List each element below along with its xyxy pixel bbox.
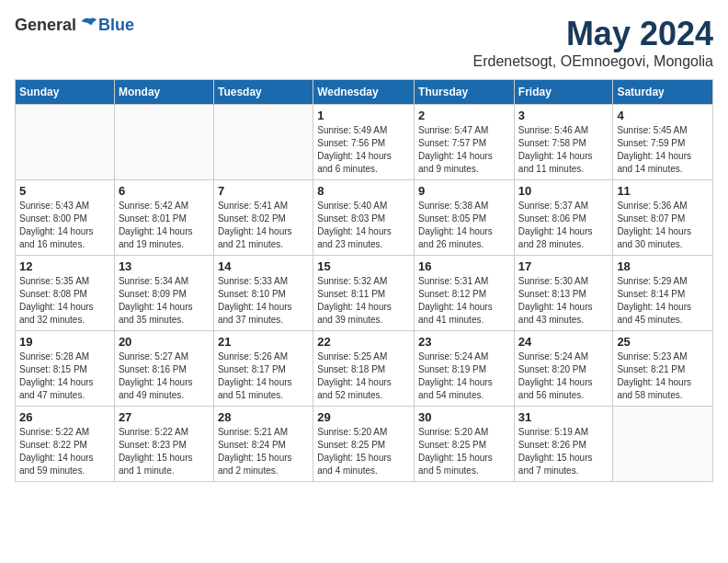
calendar-cell: 15Sunrise: 5:32 AM Sunset: 8:11 PM Dayli… xyxy=(313,256,415,331)
day-number: 19 xyxy=(19,335,110,349)
title-section: May 2024 Erdenetsogt, OEmnoegovi, Mongol… xyxy=(473,15,713,70)
calendar-cell: 13Sunrise: 5:34 AM Sunset: 8:09 PM Dayli… xyxy=(114,256,213,331)
day-info: Sunrise: 5:35 AM Sunset: 8:08 PM Dayligh… xyxy=(19,275,110,327)
calendar-cell: 10Sunrise: 5:37 AM Sunset: 8:06 PM Dayli… xyxy=(514,180,613,256)
day-number: 24 xyxy=(518,335,609,349)
day-number: 28 xyxy=(218,410,309,424)
day-info: Sunrise: 5:19 AM Sunset: 8:26 PM Dayligh… xyxy=(518,426,609,477)
day-info: Sunrise: 5:38 AM Sunset: 8:05 PM Dayligh… xyxy=(418,200,510,251)
page-header: General Blue May 2024 Erdenetsogt, OEmno… xyxy=(15,15,713,70)
day-info: Sunrise: 5:30 AM Sunset: 8:13 PM Dayligh… xyxy=(518,275,609,327)
day-info: Sunrise: 5:25 AM Sunset: 8:18 PM Dayligh… xyxy=(317,350,410,402)
day-info: Sunrise: 5:22 AM Sunset: 8:23 PM Dayligh… xyxy=(119,426,210,477)
calendar-cell: 19Sunrise: 5:28 AM Sunset: 8:15 PM Dayli… xyxy=(16,331,115,407)
day-number: 21 xyxy=(218,335,309,349)
day-number: 10 xyxy=(518,184,609,198)
calendar-week-1: 1Sunrise: 5:49 AM Sunset: 7:56 PM Daylig… xyxy=(16,105,713,180)
day-info: Sunrise: 5:40 AM Sunset: 8:03 PM Dayligh… xyxy=(317,200,410,251)
day-info: Sunrise: 5:49 AM Sunset: 7:56 PM Dayligh… xyxy=(317,124,410,176)
day-info: Sunrise: 5:45 AM Sunset: 7:59 PM Dayligh… xyxy=(617,124,709,176)
calendar-cell: 14Sunrise: 5:33 AM Sunset: 8:10 PM Dayli… xyxy=(213,256,313,331)
day-number: 9 xyxy=(418,184,510,198)
weekday-header-thursday: Thursday xyxy=(415,80,515,105)
calendar-cell xyxy=(613,407,713,482)
calendar-cell: 5Sunrise: 5:43 AM Sunset: 8:00 PM Daylig… xyxy=(16,180,115,256)
calendar-cell: 26Sunrise: 5:22 AM Sunset: 8:22 PM Dayli… xyxy=(16,407,115,482)
day-info: Sunrise: 5:22 AM Sunset: 8:22 PM Dayligh… xyxy=(19,426,110,477)
day-info: Sunrise: 5:24 AM Sunset: 8:20 PM Dayligh… xyxy=(518,350,609,402)
weekday-header-monday: Monday xyxy=(114,80,213,105)
day-info: Sunrise: 5:27 AM Sunset: 8:16 PM Dayligh… xyxy=(119,350,210,402)
day-number: 6 xyxy=(119,184,210,198)
calendar-cell: 28Sunrise: 5:21 AM Sunset: 8:24 PM Dayli… xyxy=(213,407,313,482)
calendar-cell: 7Sunrise: 5:41 AM Sunset: 8:02 PM Daylig… xyxy=(213,180,313,256)
logo-general-text: General xyxy=(15,16,76,35)
day-number: 8 xyxy=(317,184,410,198)
day-info: Sunrise: 5:20 AM Sunset: 8:25 PM Dayligh… xyxy=(317,426,410,477)
day-number: 17 xyxy=(518,259,609,273)
logo: General Blue xyxy=(15,15,134,35)
calendar-cell xyxy=(213,105,313,180)
calendar-cell: 1Sunrise: 5:49 AM Sunset: 7:56 PM Daylig… xyxy=(313,105,415,180)
logo-blue-text: Blue xyxy=(98,16,134,35)
day-number: 3 xyxy=(518,109,609,122)
calendar-week-2: 5Sunrise: 5:43 AM Sunset: 8:00 PM Daylig… xyxy=(16,180,713,256)
calendar-cell: 16Sunrise: 5:31 AM Sunset: 8:12 PM Dayli… xyxy=(415,256,515,331)
calendar-cell: 27Sunrise: 5:22 AM Sunset: 8:23 PM Dayli… xyxy=(114,407,213,482)
calendar-cell: 23Sunrise: 5:24 AM Sunset: 8:19 PM Dayli… xyxy=(415,331,515,407)
calendar-cell: 12Sunrise: 5:35 AM Sunset: 8:08 PM Dayli… xyxy=(16,256,115,331)
calendar-cell: 8Sunrise: 5:40 AM Sunset: 8:03 PM Daylig… xyxy=(313,180,415,256)
calendar-cell: 29Sunrise: 5:20 AM Sunset: 8:25 PM Dayli… xyxy=(313,407,415,482)
day-info: Sunrise: 5:47 AM Sunset: 7:57 PM Dayligh… xyxy=(418,124,510,176)
day-info: Sunrise: 5:20 AM Sunset: 8:25 PM Dayligh… xyxy=(418,426,510,477)
day-info: Sunrise: 5:29 AM Sunset: 8:14 PM Dayligh… xyxy=(617,275,709,327)
day-info: Sunrise: 5:34 AM Sunset: 8:09 PM Dayligh… xyxy=(119,275,210,327)
calendar-cell: 4Sunrise: 5:45 AM Sunset: 7:59 PM Daylig… xyxy=(613,105,713,180)
day-info: Sunrise: 5:33 AM Sunset: 8:10 PM Dayligh… xyxy=(218,275,309,327)
calendar-cell: 30Sunrise: 5:20 AM Sunset: 8:25 PM Dayli… xyxy=(415,407,515,482)
day-info: Sunrise: 5:26 AM Sunset: 8:17 PM Dayligh… xyxy=(218,350,309,402)
calendar-cell: 9Sunrise: 5:38 AM Sunset: 8:05 PM Daylig… xyxy=(415,180,515,256)
day-info: Sunrise: 5:23 AM Sunset: 8:21 PM Dayligh… xyxy=(617,350,709,402)
day-number: 13 xyxy=(119,259,210,273)
day-number: 11 xyxy=(617,184,709,198)
weekday-header-wednesday: Wednesday xyxy=(313,80,415,105)
day-number: 23 xyxy=(418,335,510,349)
calendar-cell: 17Sunrise: 5:30 AM Sunset: 8:13 PM Dayli… xyxy=(514,256,613,331)
calendar-cell: 18Sunrise: 5:29 AM Sunset: 8:14 PM Dayli… xyxy=(613,256,713,331)
day-info: Sunrise: 5:31 AM Sunset: 8:12 PM Dayligh… xyxy=(418,275,510,327)
day-number: 14 xyxy=(218,259,309,273)
day-number: 20 xyxy=(119,335,210,349)
day-number: 22 xyxy=(317,335,410,349)
calendar-cell: 3Sunrise: 5:46 AM Sunset: 7:58 PM Daylig… xyxy=(514,105,613,180)
calendar-cell: 11Sunrise: 5:36 AM Sunset: 8:07 PM Dayli… xyxy=(613,180,713,256)
logo-bird-icon xyxy=(78,15,98,35)
day-info: Sunrise: 5:43 AM Sunset: 8:00 PM Dayligh… xyxy=(19,200,110,251)
day-info: Sunrise: 5:42 AM Sunset: 8:01 PM Dayligh… xyxy=(119,200,210,251)
weekday-header-tuesday: Tuesday xyxy=(213,80,313,105)
weekday-header-sunday: Sunday xyxy=(16,80,115,105)
calendar-week-5: 26Sunrise: 5:22 AM Sunset: 8:22 PM Dayli… xyxy=(16,407,713,482)
day-number: 29 xyxy=(317,410,410,424)
location-text: Erdenetsogt, OEmnoegovi, Mongolia xyxy=(473,53,713,70)
calendar-cell: 6Sunrise: 5:42 AM Sunset: 8:01 PM Daylig… xyxy=(114,180,213,256)
calendar-cell: 24Sunrise: 5:24 AM Sunset: 8:20 PM Dayli… xyxy=(514,331,613,407)
calendar-table: SundayMondayTuesdayWednesdayThursdayFrid… xyxy=(15,79,713,482)
day-info: Sunrise: 5:32 AM Sunset: 8:11 PM Dayligh… xyxy=(317,275,410,327)
calendar-cell: 22Sunrise: 5:25 AM Sunset: 8:18 PM Dayli… xyxy=(313,331,415,407)
calendar-cell: 31Sunrise: 5:19 AM Sunset: 8:26 PM Dayli… xyxy=(514,407,613,482)
day-info: Sunrise: 5:28 AM Sunset: 8:15 PM Dayligh… xyxy=(19,350,110,402)
day-number: 12 xyxy=(19,259,110,273)
calendar-week-3: 12Sunrise: 5:35 AM Sunset: 8:08 PM Dayli… xyxy=(16,256,713,331)
weekday-header-friday: Friday xyxy=(514,80,613,105)
weekday-header-saturday: Saturday xyxy=(613,80,713,105)
day-info: Sunrise: 5:21 AM Sunset: 8:24 PM Dayligh… xyxy=(218,426,309,477)
calendar-week-4: 19Sunrise: 5:28 AM Sunset: 8:15 PM Dayli… xyxy=(16,331,713,407)
day-number: 16 xyxy=(418,259,510,273)
calendar-cell: 20Sunrise: 5:27 AM Sunset: 8:16 PM Dayli… xyxy=(114,331,213,407)
day-number: 31 xyxy=(518,410,609,424)
day-number: 15 xyxy=(317,259,410,273)
day-info: Sunrise: 5:24 AM Sunset: 8:19 PM Dayligh… xyxy=(418,350,510,402)
day-number: 2 xyxy=(418,109,510,122)
calendar-cell: 25Sunrise: 5:23 AM Sunset: 8:21 PM Dayli… xyxy=(613,331,713,407)
